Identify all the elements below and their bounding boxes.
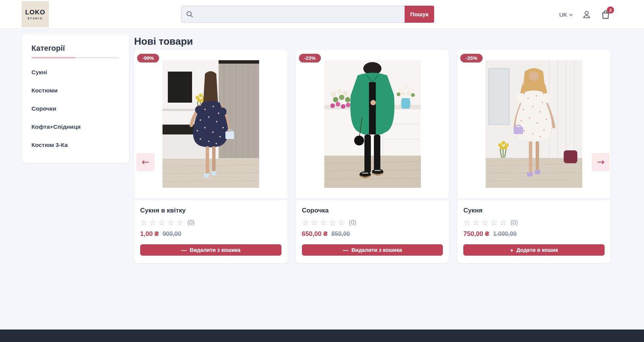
product-card: -99% bbox=[134, 50, 288, 263]
cart-button-label: Додати в кошик bbox=[516, 247, 558, 253]
rating-count: (0) bbox=[510, 219, 518, 226]
search-input[interactable] bbox=[181, 6, 405, 23]
star-icon: ☆ bbox=[329, 219, 336, 226]
product-media: -99% bbox=[134, 50, 288, 200]
price-current: 650,00 ₴ bbox=[302, 230, 328, 238]
product-info: Сорочка ☆☆☆☆☆ (0) 650,00 ₴ 850,00 — Вида… bbox=[296, 200, 449, 263]
sidebar-item-suit-3pc[interactable]: Костюм 3-Ка bbox=[31, 142, 119, 148]
logo-text-secondary: STUDIO bbox=[28, 17, 43, 20]
account-button[interactable] bbox=[581, 9, 592, 20]
star-icon: ☆ bbox=[463, 219, 470, 226]
header: LOKO STUDIO Пошук UK 2 bbox=[0, 0, 644, 29]
star-icon: ☆ bbox=[472, 219, 480, 226]
remove-from-cart-button[interactable]: — Видалити з кошика bbox=[302, 244, 443, 256]
product-cards-row: -99% bbox=[134, 50, 611, 263]
discount-badge: -99% bbox=[137, 54, 159, 62]
search-bar: Пошук bbox=[181, 6, 434, 23]
sidebar-item-shirts[interactable]: Сорочки bbox=[31, 105, 119, 112]
product-info: Сукня в квітку ☆☆☆☆☆ (0) 1,00 ₴ 900,00 —… bbox=[134, 200, 288, 263]
search-button[interactable]: Пошук bbox=[405, 6, 434, 23]
price-row: 750,00 ₴ 1.000,00 bbox=[463, 230, 605, 238]
arrow-left-icon: ← bbox=[142, 157, 149, 167]
price-row: 650,00 ₴ 850,00 bbox=[302, 230, 443, 238]
price-row: 1,00 ₴ 900,00 bbox=[140, 230, 281, 238]
cart-button[interactable]: 2 bbox=[600, 9, 611, 20]
star-icon: ☆ bbox=[302, 219, 309, 226]
sidebar-item-suits[interactable]: Костюми bbox=[31, 87, 119, 94]
page-title: Нові товари bbox=[134, 36, 193, 47]
sidebar-divider bbox=[31, 57, 119, 58]
rating-stars: ☆☆☆☆☆ (0) bbox=[140, 219, 281, 226]
cart-count-badge: 2 bbox=[607, 6, 614, 14]
sidebar-item-dresses[interactable]: Сукні bbox=[31, 69, 119, 76]
sidebar-title: Категорії bbox=[31, 44, 119, 53]
rating-stars: ☆☆☆☆☆ (0) bbox=[302, 219, 443, 226]
product-image[interactable] bbox=[486, 60, 582, 188]
cart-button-label: Видалити з кошика bbox=[190, 247, 241, 253]
logo[interactable]: LOKO STUDIO bbox=[22, 1, 49, 27]
categories-sidebar: Категорії Сукні Костюми Сорочки Кофта+Сп… bbox=[22, 34, 129, 163]
cart-button-label: Видалити з кошика bbox=[352, 247, 402, 253]
product-media: -25% bbox=[457, 50, 611, 200]
chevron-down-icon bbox=[569, 14, 573, 16]
star-icon: ☆ bbox=[149, 219, 156, 226]
discount-badge: -23% bbox=[299, 54, 321, 62]
search-input-container bbox=[181, 6, 405, 23]
search-icon bbox=[186, 10, 194, 18]
product-image[interactable] bbox=[163, 60, 259, 188]
star-icon: ☆ bbox=[158, 219, 166, 226]
arrow-right-icon: → bbox=[597, 157, 605, 167]
star-icon: ☆ bbox=[338, 219, 345, 226]
price-current: 750,00 ₴ bbox=[463, 230, 489, 238]
star-icon: ☆ bbox=[320, 219, 327, 226]
product-card: -25% bbox=[457, 50, 611, 263]
product-title[interactable]: Сорочка bbox=[302, 207, 443, 214]
product-title[interactable]: Сукня в квітку bbox=[140, 207, 281, 214]
footer bbox=[0, 330, 644, 342]
discount-badge: -25% bbox=[460, 54, 482, 62]
price-old: 900,00 bbox=[163, 231, 181, 237]
remove-from-cart-button[interactable]: — Видалити з кошика bbox=[140, 244, 281, 256]
minus-icon: — bbox=[343, 247, 349, 253]
language-label: UK bbox=[559, 11, 567, 18]
plus-icon: + bbox=[510, 247, 513, 253]
product-image[interactable] bbox=[324, 60, 421, 188]
product-title[interactable]: Сукня bbox=[463, 207, 605, 214]
star-icon: ☆ bbox=[481, 219, 489, 226]
language-selector[interactable]: UK bbox=[559, 11, 573, 18]
new-products-carousel: -99% bbox=[134, 50, 611, 263]
carousel-prev-button[interactable]: ← bbox=[136, 153, 155, 171]
star-icon: ☆ bbox=[140, 219, 147, 226]
star-icon: ☆ bbox=[311, 219, 318, 226]
carousel-next-button[interactable]: → bbox=[592, 153, 610, 171]
rating-count: (0) bbox=[187, 219, 195, 226]
star-icon: ☆ bbox=[167, 219, 174, 226]
product-card: -23% bbox=[296, 50, 449, 263]
header-actions: UK 2 bbox=[559, 0, 611, 29]
product-info: Сукня ☆☆☆☆☆ (0) 750,00 ₴ 1.000,00 + Дода… bbox=[457, 200, 611, 263]
sidebar-divider-accent bbox=[31, 57, 75, 58]
sidebar-item-top-skirt[interactable]: Кофта+Спідниця bbox=[31, 123, 119, 130]
price-old: 850,00 bbox=[331, 231, 350, 237]
minus-icon: — bbox=[181, 247, 187, 253]
star-icon: ☆ bbox=[500, 219, 507, 226]
rating-count: (0) bbox=[349, 219, 356, 226]
price-current: 1,00 ₴ bbox=[140, 230, 159, 238]
logo-text-primary: LOKO bbox=[25, 9, 45, 16]
product-media: -23% bbox=[296, 50, 449, 200]
category-list: Сукні Костюми Сорочки Кофта+Спідниця Кос… bbox=[31, 69, 119, 148]
star-icon: ☆ bbox=[176, 219, 183, 226]
user-icon bbox=[582, 10, 591, 19]
price-old: 1.000,00 bbox=[493, 231, 516, 237]
star-icon: ☆ bbox=[491, 219, 498, 226]
add-to-cart-button[interactable]: + Додати в кошик bbox=[463, 244, 605, 256]
rating-stars: ☆☆☆☆☆ (0) bbox=[463, 219, 605, 226]
